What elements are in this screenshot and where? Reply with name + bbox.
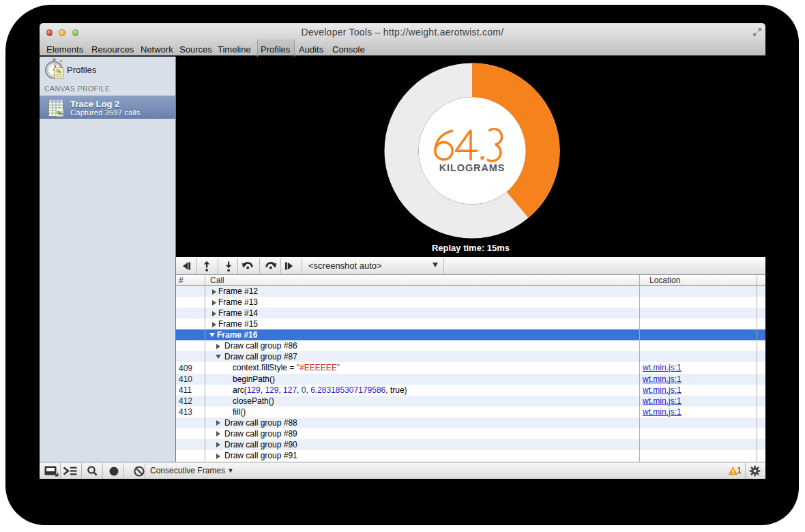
- svg-text:%: %: [57, 110, 63, 117]
- svg-text:%: %: [56, 68, 61, 74]
